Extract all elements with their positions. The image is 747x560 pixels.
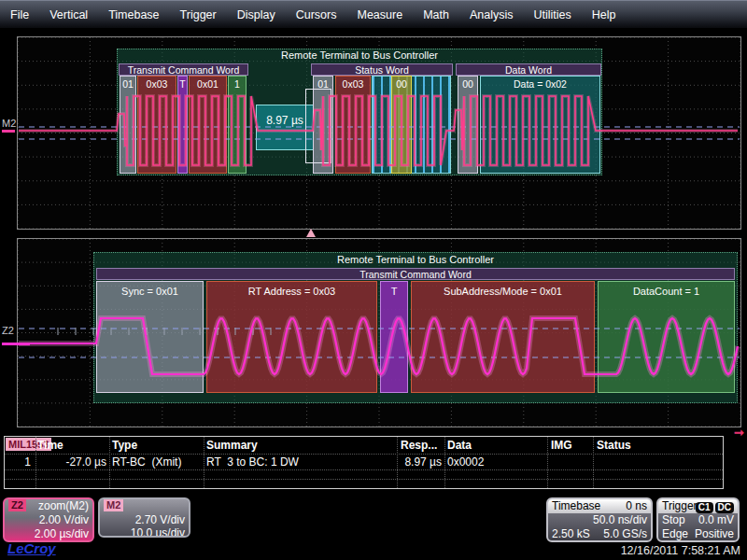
trace-indicator-m2 [2,130,15,133]
trigger-level: 0.0 mV [698,513,734,527]
cell-data: 0x0002 [447,455,484,469]
col-header-resp: Resp... [401,439,437,452]
field-tcw-rtaddress: 0x03 [137,76,176,174]
field-sw-flags: 00 [391,76,412,174]
field-label: 00 [392,77,411,90]
col-header-time: Time [37,439,63,452]
z2-vdiv: 2.00 V/div [39,513,89,527]
descriptor-m2[interactable]: M2 2.70 V/div 10.0 µs/div [98,497,190,538]
field-label: Sync = 0x01 [97,282,203,297]
field-label: 00 [458,77,477,90]
field-tcw-tr: T [177,76,188,174]
trigger-kind: Edge [662,527,688,540]
cell-index: 1 [5,455,31,469]
field-label: 0x03 [336,77,370,90]
timebase-rate: 5.0 GS/s [603,527,647,541]
field-tcw-sync: 01 [120,76,136,174]
menu-measure[interactable]: Measure [346,8,413,21]
word-header-data: Data Word [456,63,601,76]
menu-file[interactable]: File [0,8,39,21]
col-sep [35,437,36,488]
menu-bar: File Vertical Timebase Trigger Display C… [0,0,747,28]
trigger-box[interactable]: Trigger C1DC Stop 0.0 mV Edge Positive [656,497,740,542]
response-gate [305,89,331,163]
descriptor-z2[interactable]: Z2 zoom(M2) 2.00 V/div 2.00 µs/div [3,497,94,542]
col-header-summary: Summary [206,439,258,452]
cell-summary: RT 3 to BC: 1 DW [206,455,299,469]
z2-tdiv: 2.00 µs/div [35,527,89,541]
z2-title: zoom(M2) [38,499,89,513]
field-label: 01 [120,77,135,90]
z2-badge: Z2 [8,499,26,511]
timebase-samples: 2.50 kS [552,527,590,540]
field-z-sync: Sync = 0x01 [96,281,204,393]
menu-cursors[interactable]: Cursors [286,8,347,21]
oscilloscope-screen: File Vertical Timebase Trigger Display C… [0,0,747,560]
field-dw-data: Data = 0x02 [480,76,600,174]
field-label: 0x01 [190,77,226,90]
field-dw-sync: 00 [458,76,478,174]
decode-zoom-subtitle: Transmit Command Word [96,268,735,280]
col-sep [204,437,204,488]
timebase-title: Timebase [552,499,600,512]
col-sep [593,437,594,488]
col-header-type: Type [112,439,137,452]
field-label: T [381,282,407,297]
menu-trigger[interactable]: Trigger [170,8,227,21]
word-header-transmit-command: Transmit Command Word [119,63,248,76]
col-header-img: IMG [551,439,572,452]
m2-vdiv: 2.70 V/div [135,513,185,526]
row-sep [5,469,723,470]
decode-zoom-title: Remote Terminal to Bus Controller [93,254,738,265]
menu-help[interactable]: Help [582,8,627,21]
trace-indicator-z2 [2,343,30,345]
lecroy-logo: LeCroy [7,540,56,556]
col-sep [444,437,445,488]
field-sw-rtaddress: 0x03 [335,76,371,174]
timebase-offset: 0 ns [626,499,647,513]
menu-math[interactable]: Math [413,8,459,21]
datetime-stamp: 12/16/2011 7:58:21 AM [621,544,740,557]
trigger-coupling-badge: DC [715,502,734,513]
field-z-datacount: DataCount = 1 [598,281,735,393]
m2-badge: M2 [104,499,123,511]
field-z-rtaddress: RT Address = 0x03 [206,281,377,393]
menu-vertical[interactable]: Vertical [39,8,98,21]
trigger-mode: Stop [662,513,685,526]
trace-label-m2[interactable]: M2 [2,118,16,129]
trigger-title: Trigger [662,499,698,512]
menu-analysis[interactable]: Analysis [459,8,524,21]
col-header-data: Data [447,439,472,452]
field-label: Data = 0x02 [481,77,599,90]
menu-timebase[interactable]: Timebase [98,8,169,21]
field-label: T [178,77,187,90]
col-sep [109,437,110,488]
field-label: DataCount = 1 [599,282,734,297]
trigger-position-marker[interactable] [306,229,316,237]
field-tcw-subaddress: 0x01 [189,76,227,174]
field-label: 1 [229,77,246,90]
field-label: 0x03 [138,77,176,90]
decode-table: MIL1553 Time Type Summary Resp... Data I… [4,436,724,489]
menu-display[interactable]: Display [227,8,286,21]
col-sep [397,437,398,488]
cell-resp: 8.97 µs [401,455,442,469]
menu-utilities[interactable]: Utilities [523,8,581,21]
row-sep [5,454,723,455]
trigger-slope: Positive [695,527,734,541]
col-header-status: Status [597,439,631,452]
trigger-source-badge: C1 [696,502,713,513]
table-scroll-arrow-icon[interactable]: ➞ [734,426,744,440]
col-sep [547,437,548,488]
timebase-box[interactable]: Timebase 0 ns 50.0 ns/div 2.50 kS 5.0 GS… [546,497,653,542]
word-header-status: Status Word [311,63,453,76]
field-tcw-datacount: 1 [228,76,247,174]
decode-message-title: Remote Terminal to Bus Controller [117,49,602,61]
field-label: 01 [314,77,332,90]
m2-tdiv: 10.0 µs/div [131,526,185,538]
trace-label-z2[interactable]: Z2 [2,325,14,336]
field-z-subaddress: SubAddress/Mode = 0x01 [411,281,595,393]
field-label: SubAddress/Mode = 0x01 [412,282,594,297]
field-z-tr: T [380,281,408,393]
cell-type: RT-BC (Xmit) [112,455,181,469]
